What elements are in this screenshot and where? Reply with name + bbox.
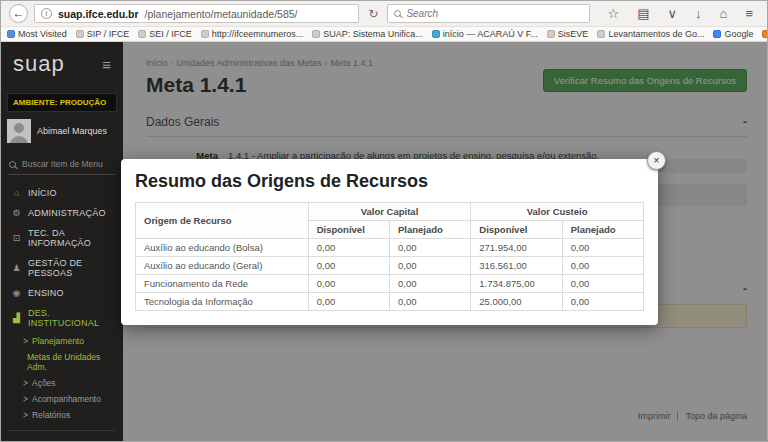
table-row: Funcionamento da Rede0,000,001.734.875,0… xyxy=(136,275,644,293)
bookmark-sip-ifce[interactable]: SIP / IFCE xyxy=(76,29,129,39)
site-info-icon[interactable]: i xyxy=(41,8,52,19)
user-profile[interactable]: Abimael Marques xyxy=(1,112,123,149)
bookmarks-bar: Most Visited SIP / IFCE SEI / IFCE http:… xyxy=(1,27,767,42)
bookmark-google[interactable]: Google xyxy=(713,29,753,39)
sidebar-item-gestao-pessoas[interactable]: ♟GESTÃO DE PESSOAS xyxy=(1,253,123,283)
sidebar-toggle-icon[interactable]: ≡ xyxy=(102,56,111,73)
search-icon xyxy=(9,161,16,168)
reload-icon[interactable]: ↻ xyxy=(365,7,381,21)
search-icon xyxy=(394,10,401,17)
gear-icon: ⚙ xyxy=(11,208,22,218)
col-header-planejado: Planejado xyxy=(562,221,643,239)
col-header-planejado: Planejado xyxy=(390,221,471,239)
favicon-icon xyxy=(547,30,555,38)
pocket-icon[interactable]: ∨ xyxy=(662,6,684,21)
user-name: Abimael Marques xyxy=(37,126,107,136)
sidebar: suap ≡ AMBIENTE: PRODUÇÃO Abimael Marque… xyxy=(1,42,123,442)
bookmark-acarau[interactable]: início — ACARAÚ V F... xyxy=(432,29,538,39)
col-header-disponivel: Disponível xyxy=(471,221,562,239)
suap-logo[interactable]: suap xyxy=(13,51,65,77)
sidebar-item-relatorios[interactable]: >Relatórios xyxy=(1,407,123,423)
favicon-icon xyxy=(138,30,146,38)
sidebar-item-acoes[interactable]: >Ações xyxy=(1,375,123,391)
home-icon[interactable]: ⌂ xyxy=(714,6,734,21)
bookmark-ava[interactable]: Ambiente Virtual de A... xyxy=(762,29,767,39)
favicon-icon xyxy=(713,30,721,38)
bookmark-siseve[interactable]: SisEVE xyxy=(547,29,589,39)
table-row: Tecnologia da Informação0,000,0025.000,0… xyxy=(136,293,644,311)
avatar xyxy=(7,119,31,143)
favicon-icon xyxy=(7,30,15,38)
bookmark-most-visited[interactable]: Most Visited xyxy=(7,29,67,39)
home-icon: ⌂ xyxy=(11,188,22,198)
favicon-icon xyxy=(597,30,605,38)
col-group-valor-capital: Valor Capital xyxy=(308,203,471,221)
sidebar-item-des-institucional[interactable]: ▟DES. INSTITUCIONAL xyxy=(1,303,123,333)
url-bar[interactable]: i suap.ifce.edu.br/planejamento/metaunid… xyxy=(34,4,359,23)
back-button[interactable]: ← xyxy=(9,4,28,23)
close-icon[interactable]: × xyxy=(647,151,666,170)
browser-search-input[interactable] xyxy=(406,8,582,19)
sidebar-item-inicio[interactable]: ⌂INÍCIO xyxy=(1,183,123,203)
teaching-icon: ◉ xyxy=(11,288,22,298)
app-area: suap ≡ AMBIENTE: PRODUÇÃO Abimael Marque… xyxy=(1,42,767,442)
resumo-origens-modal: × Resumo das Origens de Recursos Origem … xyxy=(121,159,658,325)
favicon-icon xyxy=(762,30,767,38)
sidebar-divider xyxy=(9,430,115,431)
sidebar-item-ensino[interactable]: ◉ENSINO xyxy=(1,283,123,303)
browser-window: ← i suap.ifce.edu.br/planejamento/metaun… xyxy=(0,0,768,442)
favicon-icon xyxy=(76,30,84,38)
url-domain: suap.ifce.edu.br xyxy=(58,8,139,20)
favicon-icon xyxy=(201,30,209,38)
table-row: Auxílio ao educando (Bolsa)0,000,00271.9… xyxy=(136,239,644,257)
downloads-icon[interactable]: ↓ xyxy=(689,6,708,21)
library-icon[interactable]: ▤ xyxy=(631,6,655,21)
bookmark-suap[interactable]: SUAP: Sistema Unifica... xyxy=(312,29,423,39)
chevron-right-icon: > xyxy=(23,394,28,404)
col-header-disponivel: Disponível xyxy=(308,221,389,239)
bookmark-star-icon[interactable]: ☆ xyxy=(602,6,626,21)
table-group-header-row: Origem de Recurso Valor Capital Valor Cu… xyxy=(136,203,644,221)
sidebar-menu-search[interactable]: Buscar Item de Menu xyxy=(9,159,115,175)
chevron-right-icon: > xyxy=(23,410,28,420)
browser-toolbar: ← i suap.ifce.edu.br/planejamento/metaun… xyxy=(1,1,767,27)
person-icon: ♟ xyxy=(11,263,22,273)
resumo-table: Origem de Recurso Valor Capital Valor Cu… xyxy=(135,202,644,311)
sidebar-item-extensao[interactable]: ▤EXTENSÃO xyxy=(1,438,123,442)
sidebar-search-placeholder: Buscar Item de Menu xyxy=(22,159,103,169)
col-header-origem: Origem de Recurso xyxy=(136,203,309,239)
monitor-icon: ⊡ xyxy=(11,233,22,243)
chevron-right-icon: > xyxy=(23,336,28,346)
bookmark-sei-ifce[interactable]: SEI / IFCE xyxy=(138,29,192,39)
col-group-valor-custeio: Valor Custeio xyxy=(471,203,644,221)
bar-chart-icon: ▟ xyxy=(11,313,22,323)
browser-search-box[interactable] xyxy=(387,4,589,23)
favicon-icon xyxy=(432,30,440,38)
modal-title: Resumo das Origens de Recursos xyxy=(135,171,644,192)
menu-icon[interactable]: ≡ xyxy=(739,6,759,21)
sidebar-item-administracao[interactable]: ⚙ADMINISTRAÇÃO xyxy=(1,203,123,223)
url-path: /planejamento/metaunidade/585/ xyxy=(145,8,298,20)
bookmark-ifceemnumeros[interactable]: http://ifceemnumeros... xyxy=(201,29,304,39)
sidebar-item-metas-unidades[interactable]: Metas de Unidades Adm. xyxy=(1,349,123,375)
environment-badge: AMBIENTE: PRODUÇÃO xyxy=(7,93,117,112)
favicon-icon xyxy=(312,30,320,38)
bookmark-levantamentos[interactable]: Levantamentos de Go... xyxy=(597,29,704,39)
sidebar-item-planejamento[interactable]: >Planejamento xyxy=(1,333,123,349)
chevron-right-icon: > xyxy=(23,378,28,388)
sidebar-item-tec-informacao[interactable]: ⊡TEC. DA INFORMAÇÃO xyxy=(1,223,123,253)
table-row: Auxílio ao educando (Geral)0,000,00316.5… xyxy=(136,257,644,275)
sidebar-item-acompanhamento[interactable]: >Acompanhamento xyxy=(1,391,123,407)
